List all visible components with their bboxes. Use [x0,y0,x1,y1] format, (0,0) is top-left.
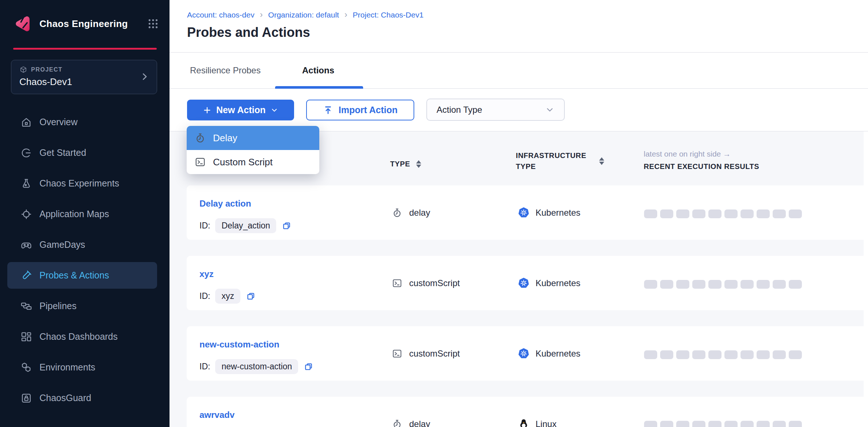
stopwatch-icon [195,132,206,143]
infrastructure-cell: Kubernetes [518,326,580,381]
kubernetes-icon [518,277,529,289]
sidebar-item-overview[interactable]: Overview [7,109,157,135]
action-id-row: ID: xyz [199,289,256,304]
sort-icon [416,160,421,168]
copy-icon[interactable] [304,362,313,372]
execution-result-placeholder [692,421,705,427]
execution-result-placeholder [676,350,689,359]
action-id-value: Delay_action [215,218,276,233]
execution-result-placeholder [789,350,802,359]
cube-icon [19,66,27,74]
action-name-link[interactable]: awrvadv [199,410,235,420]
execution-result-placeholder [789,280,802,289]
terminal-icon [392,349,402,359]
terminal-icon [392,278,402,288]
recent-execution-results [644,350,802,359]
infrastructure-value: Kubernetes [536,208,580,218]
pipeline-icon [20,300,32,312]
project-selector[interactable]: PROJECT Chaos-Dev1 [11,60,157,94]
terminal-icon [195,157,206,168]
breadcrumb: Account: chaos-dev›Organization: default… [187,10,423,20]
chevron-down-icon [545,105,555,115]
page-title: Probes and Actions [187,25,310,40]
execution-result-placeholder [708,421,722,427]
menu-item-custom-script[interactable]: Custom Script [187,150,319,174]
flask-icon [20,178,32,189]
execution-result-placeholder [708,209,722,218]
execution-result-placeholder [757,350,770,359]
sidebar-item-chaosguard[interactable]: ChaosGuard [7,385,157,411]
action-name-link[interactable]: Delay action [199,199,251,209]
breadcrumb-link[interactable]: Project: Chaos-Dev1 [353,11,424,19]
menu-item-label: Custom Script [213,157,273,168]
copy-icon[interactable] [246,291,256,301]
breadcrumb-link[interactable]: Account: chaos-dev [187,11,254,19]
sidebar-item-pipelines[interactable]: Pipelines [7,293,157,319]
sidebar-item-environments[interactable]: Environments [7,354,157,381]
type-cell: customScript [392,256,460,310]
id-label: ID: [199,362,210,372]
id-label: ID: [199,291,210,301]
chevron-right-icon[interactable] [140,72,149,81]
infrastructure-value: Kubernetes [536,278,580,288]
action-name-link[interactable]: new-custom-action [199,339,279,350]
sidebar: Chaos Engineering PROJECT Chaos-Dev1 Ove… [0,0,170,427]
execution-result-placeholder [708,350,722,359]
sidebar-item-application-maps[interactable]: Application Maps [7,201,157,227]
menu-item-delay[interactable]: Delay [187,126,319,150]
recent-execution-results [644,209,802,218]
sidebar-item-gamedays[interactable]: GameDays [7,231,157,258]
type-cell: delay [392,185,430,240]
execution-result-placeholder [692,280,705,289]
column-header-infrastructure-type[interactable]: INFRASTRUCTURE TYPE [516,150,604,172]
harness-chaos-logo-icon [13,14,33,34]
action-type-select[interactable]: Action Type [426,99,565,121]
execution-result-placeholder [676,209,689,218]
execution-result-placeholder [724,421,738,427]
apps-grid-icon[interactable] [148,18,159,29]
type-cell: customScript [392,326,460,381]
sidebar-item-label: GameDays [39,239,85,250]
execution-result-placeholder [789,209,802,218]
recent-execution-results [644,421,802,427]
active-tab-underline [275,86,363,89]
import-action-button[interactable]: Import Action [306,100,414,120]
dashboard-icon [20,331,32,343]
sidebar-item-chaos-experiments[interactable]: Chaos Experiments [7,170,157,197]
action-name-link[interactable]: xyz [199,269,214,279]
type-value: delay [409,419,430,427]
sidebar-item-label: Chaos Experiments [39,178,119,189]
new-action-button[interactable]: New Action [187,100,294,120]
table-row: awrvadv delay Linux [187,397,868,427]
sidebar-item-chaos-dashboards[interactable]: Chaos Dashboards [7,323,157,350]
tab-actions[interactable]: Actions [302,53,334,88]
execution-result-placeholder [757,280,770,289]
scrollbar-track[interactable] [864,131,868,427]
home-icon [20,116,32,128]
stopwatch-icon [392,419,402,427]
test-tube-icon [20,270,32,281]
sidebar-item-probes-actions[interactable]: Probes & Actions [7,262,157,289]
upload-icon [323,105,333,115]
breadcrumb-link[interactable]: Organization: default [268,11,339,19]
execution-result-placeholder [644,350,657,359]
execution-result-placeholder [644,209,657,218]
recent-execution-results [644,280,802,289]
gamepad-icon [20,239,32,251]
main-content: Account: chaos-dev›Organization: default… [170,0,868,427]
brand-accent-line [13,48,157,50]
execution-result-placeholder [676,280,689,289]
execution-result-placeholder [773,280,786,289]
tab-resilience-probes[interactable]: Resilience Probes [190,53,260,88]
execution-result-placeholder [676,421,689,427]
execution-result-placeholder [757,209,770,218]
table-row: new-custom-action ID: new-custom-action … [187,326,868,381]
sort-icon [599,157,604,165]
execution-result-placeholder [773,209,786,218]
column-header-type[interactable]: TYPE [390,160,421,168]
tab-bar: Resilience Probes Actions [170,53,868,89]
copy-icon[interactable] [282,221,292,231]
execution-result-placeholder [773,421,786,427]
type-value: delay [409,208,430,218]
sidebar-item-get-started[interactable]: Get Started [7,139,157,166]
